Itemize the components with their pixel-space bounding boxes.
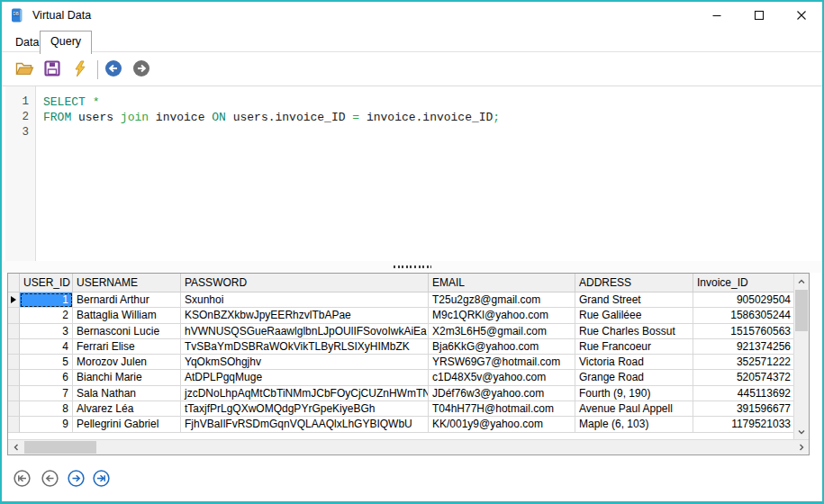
grid-cell[interactable]: 6 (20, 370, 73, 385)
grid-cell[interactable]: TvSBaYmDSBRaWOkVikTLByRLSIXyHIMbZK (181, 339, 429, 355)
row-header[interactable] (8, 339, 20, 355)
grid-cell[interactable]: 520574372 (693, 370, 793, 385)
grid-cell[interactable]: Pellegrini Gabriel (73, 417, 181, 432)
grid-cell[interactable]: Maple (6, 103) (575, 417, 693, 432)
grid-cell[interactable]: FjhVBaIlFvRSDmGqnVQLAAQlxLhGYBIQWbU (181, 417, 429, 432)
grid-cell[interactable]: Rue Galiléee (575, 308, 693, 323)
grid-cell[interactable]: T25u2gz8@gmail.com (429, 292, 575, 308)
column-header-password[interactable]: PASSWORD (181, 274, 429, 292)
scroll-right-icon[interactable] (793, 440, 809, 454)
row-header[interactable] (8, 324, 20, 339)
row-header[interactable] (8, 292, 20, 308)
grid-cell[interactable]: Bianchi Marie (73, 370, 181, 385)
grid-cell[interactable]: 7 (20, 386, 73, 401)
grid-cell[interactable]: JDéf76w3@yahoo.com (429, 386, 575, 401)
column-header-address[interactable]: ADDRESS (575, 274, 693, 292)
title-bar: DB Virtual Data (2, 2, 822, 29)
vertical-scrollbar[interactable] (793, 274, 809, 439)
grid-cell[interactable]: 1586305244 (693, 308, 793, 323)
column-header-invoice_id[interactable]: Invoice_ID (693, 274, 795, 292)
column-header-email[interactable]: EMAIL (429, 274, 575, 292)
row-header[interactable] (8, 355, 20, 370)
grid-cell[interactable]: Battaglia William (73, 308, 181, 323)
grid-cell[interactable]: 921374256 (693, 339, 793, 355)
grid-cell[interactable]: M9c1QRKl@yahoo.com (429, 308, 575, 323)
grid-cell[interactable]: c1D48X5v@yahoo.com (429, 370, 575, 385)
circle-arrow-left-icon (104, 59, 122, 81)
sql-editor[interactable]: 123 SELECT *FROM users join invoice ON u… (2, 86, 822, 262)
grid-cell[interactable]: Alvarez Léa (73, 401, 181, 417)
row-header[interactable] (8, 370, 20, 385)
grid-cell[interactable]: X2m3L6H5@gmail.com (429, 324, 575, 339)
close-button[interactable] (788, 2, 815, 29)
grid-cell[interactable]: KK/001y9@yahoo.com (429, 417, 575, 432)
previous-record-button[interactable] (41, 470, 59, 487)
open-file-button[interactable] (14, 60, 34, 80)
grid-cell[interactable]: 352571222 (693, 355, 793, 370)
grid-cell[interactable]: Victoria Road (575, 355, 693, 370)
run-query-button[interactable] (69, 60, 89, 80)
column-header-user_id[interactable]: USER_ID (20, 274, 73, 292)
grid-cell[interactable]: Avenue Paul Appell (575, 401, 693, 417)
row-header[interactable] (8, 386, 20, 401)
grid-cell[interactable]: 391596677 (693, 401, 793, 417)
circle-arrow-right-icon (132, 59, 150, 81)
grid-cell[interactable]: Grand Street (575, 292, 693, 308)
grid-cell[interactable]: T04hH77H@hotmail.com (429, 401, 575, 417)
save-button[interactable] (42, 60, 62, 80)
grid-cell[interactable]: AtDPLPgqMuge (181, 370, 429, 385)
grid-cell[interactable]: 445113692 (693, 386, 793, 401)
grid-cell[interactable]: Rue Francoeur (575, 339, 693, 355)
grid-cell[interactable]: KSOnBZXkbwJpyEERhzvlTbAPae (181, 308, 429, 323)
circle-next-icon (68, 474, 85, 490)
grid-cell[interactable]: 1179521033 (693, 417, 793, 432)
grid-cell[interactable]: Bja6KkG@yahoo.com (429, 339, 575, 355)
tab-query[interactable]: Query (40, 31, 92, 54)
first-record-button[interactable] (14, 470, 31, 487)
grid-cell[interactable]: Bernasconi Lucie (73, 324, 181, 339)
grid-cell[interactable]: Rue Charles Bossut (575, 324, 693, 339)
grid-cell[interactable]: Sxunhoi (181, 292, 429, 308)
column-header-username[interactable]: USERNAME (73, 274, 181, 292)
table-row: 2Battaglia WilliamKSOnBZXkbwJpyEERhzvlTb… (8, 308, 793, 323)
back-button[interactable] (104, 60, 123, 80)
grid-cell[interactable]: 1515760563 (693, 324, 793, 339)
splitter-grip-icon (394, 266, 431, 268)
grid-cell[interactable]: 905029504 (693, 292, 793, 308)
horizontal-scrollbar[interactable] (8, 439, 809, 454)
grid-cell[interactable]: Ferrari Elise (73, 339, 181, 355)
grid-cell[interactable]: YqOkmSOhgjhv (181, 355, 429, 370)
grid-cell[interactable]: Fourth (9, 190) (575, 386, 693, 401)
grid-cell[interactable]: 1 (20, 292, 73, 308)
scroll-up-icon[interactable] (794, 274, 809, 289)
grid-cell[interactable]: 8 (20, 401, 73, 417)
row-header[interactable] (8, 417, 20, 432)
next-record-button[interactable] (68, 470, 85, 487)
grid-cell[interactable]: 5 (20, 355, 73, 370)
grid-cell[interactable]: jzcDNoLhpAqMtCbTiNMmJCbFOyCjCUZnHWmTNsW (181, 386, 429, 401)
minimize-button[interactable] (703, 2, 730, 29)
row-header[interactable] (8, 308, 20, 323)
grid-cell[interactable]: hVWNUSQSGueRaawlglbnLJpOUlIFSovoIwkAiEa (181, 324, 429, 339)
grid-cell[interactable]: YRSW69G7@hotmail.com (429, 355, 575, 370)
grid-cell[interactable]: tTaxjfPrLgQXwOMQdgPYrGpeKiyeBGh (181, 401, 429, 417)
grid-cell[interactable]: 4 (20, 339, 73, 355)
row-header[interactable] (8, 401, 20, 417)
grid-cell[interactable]: 2 (20, 308, 73, 323)
sql-code-area[interactable]: SELECT *FROM users join invoice ON users… (43, 86, 822, 262)
scroll-left-icon[interactable] (8, 440, 23, 454)
grid-cell[interactable]: Morozov Julen (73, 355, 181, 370)
horizontal-scroll-thumb[interactable] (24, 441, 96, 454)
vertical-scroll-thumb[interactable] (795, 290, 808, 331)
splitter-bar[interactable] (2, 261, 822, 273)
grid-cell[interactable]: 3 (20, 324, 73, 339)
grid-cell[interactable]: Sala Nathan (73, 386, 181, 401)
last-record-button[interactable] (93, 470, 110, 487)
grid-cell[interactable]: Grange Road (575, 370, 693, 385)
tab-strip: Data Query (2, 29, 822, 52)
maximize-button[interactable] (746, 2, 773, 29)
grid-cell[interactable]: Bernardi Arthur (73, 292, 181, 308)
grid-cell[interactable]: 9 (20, 417, 73, 432)
scroll-down-icon[interactable] (794, 424, 809, 439)
forward-button[interactable] (131, 60, 151, 80)
